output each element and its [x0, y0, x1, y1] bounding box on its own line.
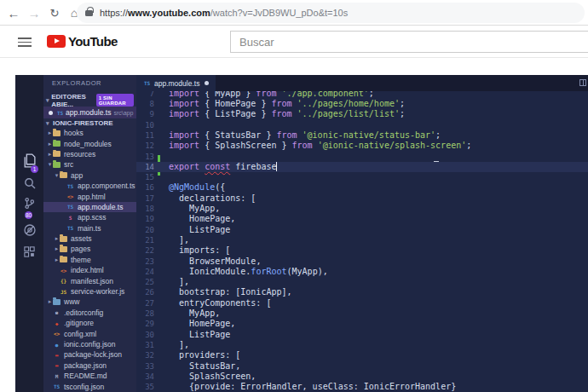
tree-item-assets[interactable]: ▸assets — [43, 233, 136, 244]
code-line-30[interactable]: 30 ListPage — [136, 330, 588, 340]
code-line-25[interactable]: 25 ], — [136, 277, 588, 287]
code-line-32[interactable]: 32 providers: [ — [136, 350, 588, 360]
code-line-33[interactable]: 33 StatusBar, — [136, 361, 588, 372]
code-line-10[interactable]: 10 — [136, 120, 588, 130]
search-icon[interactable] — [15, 176, 43, 197]
code-text: BrowserModule, — [169, 257, 261, 267]
code-line-26[interactable]: 26 bootstrap: [IonicApp], — [136, 287, 588, 297]
code-line-21[interactable]: 21 ], — [136, 235, 588, 245]
tree-item-label: index.html — [71, 266, 104, 274]
line-number: 16 — [136, 182, 154, 193]
tree-item--editorconfig[interactable]: e.editorconfig — [43, 308, 136, 318]
code-line-17[interactable]: 17 declarations: [ — [136, 193, 588, 204]
reload-icon[interactable]: ↻ — [46, 4, 63, 21]
editor-area: TS app.module.ts 7import { MyApp } from … — [136, 75, 588, 392]
tree-item-config-xml[interactable]: <>config.xml — [43, 328, 136, 338]
tab-app-module-ts[interactable]: TS app.module.ts — [136, 75, 216, 91]
npm-icon: ▬ — [53, 362, 61, 368]
files-icon[interactable]: 1 — [15, 153, 43, 174]
tree-item-service-worker-js[interactable]: JSservice-worker.js — [43, 286, 136, 297]
address-bar[interactable]: https://www.youtube.com/watch?v=JvDB9WU_… — [77, 3, 585, 23]
tree-item-manifest-json[interactable]: {}manifest.json — [43, 275, 136, 285]
code-line-7[interactable]: 7import { MyApp } from './app.component'… — [136, 91, 588, 99]
tree-item-www[interactable]: ▸www — [43, 297, 136, 307]
tree-item-resources[interactable]: ▸resources — [43, 149, 136, 159]
tree-item-app-scss[interactable]: Sapp.scss — [43, 212, 136, 222]
code-line-22[interactable]: 22 imports: [ — [136, 245, 588, 256]
open-editor-item[interactable]: TS app.module.ts src\app — [43, 107, 136, 118]
code-line-8[interactable]: 8import { HomePage } from '../pages/home… — [136, 99, 588, 109]
code-line-18[interactable]: 18 MyApp, — [136, 204, 588, 214]
code-line-15[interactable]: 15 — [136, 172, 588, 182]
tree-item-theme[interactable]: ▸theme — [43, 255, 136, 265]
tree-item-readme-md[interactable]: MREADME.md — [43, 371, 136, 381]
tree-item-app-html[interactable]: <>app.html — [43, 191, 136, 201]
code-line-24[interactable]: 24 IonicModule.forRoot(MyApp), — [136, 267, 588, 277]
xml-icon: <> — [53, 331, 61, 337]
tree-item-app[interactable]: ▾app — [43, 170, 136, 181]
code-line-16[interactable]: 16@NgModule({ — [136, 182, 588, 193]
tree-item-app-component-ts[interactable]: TSapp.component.ts — [43, 181, 136, 191]
tree-item-app-module-ts[interactable]: TSapp.module.ts — [43, 202, 136, 212]
tree-item-package-json[interactable]: ▬package.json — [43, 360, 136, 371]
files-badge: 1 — [31, 165, 38, 173]
npm-icon: ▬ — [53, 352, 61, 358]
md-icon: M — [53, 373, 61, 379]
open-editors-section[interactable]: ▾ EDITORES ABIE... 1 SIN GUARDAR — [43, 95, 136, 106]
menu-icon[interactable] — [18, 37, 32, 47]
chevron-right-icon: ▸ — [47, 298, 53, 305]
url-text[interactable]: https://www.youtube.com/watch?v=JvDB9WU_… — [100, 8, 348, 18]
tree-item-pages[interactable]: ▸pages — [43, 244, 136, 254]
extensions-icon[interactable] — [15, 245, 43, 266]
chevron-right-icon: ▸ — [47, 151, 53, 158]
code-line-20[interactable]: 20 ListPage — [136, 225, 588, 235]
code-text: MyApp, — [169, 204, 220, 214]
tab-name: app.module.ts — [154, 79, 199, 88]
code-line-13[interactable]: 13 — [136, 152, 588, 162]
tree-item-package-lock-json[interactable]: ▬package-lock.json — [43, 349, 136, 360]
source-control-icon[interactable]: 80 — [15, 197, 43, 217]
code-line-14[interactable]: 14export const firebase — [136, 162, 588, 172]
code-line-12[interactable]: 12import { SplashScreen } from '@ionic-n… — [136, 141, 588, 151]
tree-item-tsconfig-json[interactable]: TStsconfig.json — [43, 381, 136, 391]
forward-icon[interactable]: → — [26, 4, 43, 21]
code-line-31[interactable]: 31 ], — [136, 340, 588, 350]
code-line-29[interactable]: 29 HomePage, — [136, 319, 588, 329]
code-line-11[interactable]: 11import { StatusBar } from '@ionic-nati… — [136, 130, 588, 141]
code-text: ListPage — [169, 225, 230, 235]
code-editor[interactable]: 7import { MyApp } from './app.component'… — [136, 91, 588, 392]
debug-icon[interactable] — [15, 223, 43, 244]
code-line-19[interactable]: 19 HomePage, — [136, 214, 588, 224]
line-number: 7 — [136, 91, 154, 99]
tree-item-label: .editorconfig — [64, 308, 103, 317]
line-number: 22 — [136, 245, 154, 256]
code-line-28[interactable]: 28 MyApp, — [136, 308, 588, 319]
search-input[interactable] — [230, 31, 588, 53]
code-line-34[interactable]: 34 SplashScreen, — [136, 372, 588, 382]
line-number: 29 — [136, 319, 154, 329]
ts-icon: TS — [143, 79, 151, 87]
split-editor-icon[interactable] — [579, 79, 586, 86]
video-player[interactable]: 1 80 EXPLORADOR ▾ EDITORES ABIE... 1 SI — [15, 75, 588, 392]
modified-dot-icon — [49, 111, 53, 115]
tree-item-main-ts[interactable]: TSmain.ts — [43, 223, 136, 233]
tree-item--gitignore[interactable]: ◆.gitignore — [43, 318, 136, 328]
code-line-35[interactable]: 35 {provide: ErrorHandler, useClass: Ion… — [136, 382, 588, 392]
source-control-badge: 80 — [25, 211, 32, 219]
line-number: 8 — [136, 99, 154, 109]
tree-item-hooks[interactable]: ▸hooks — [43, 128, 136, 138]
tree-item-src[interactable]: ▾src — [43, 159, 136, 170]
tree-item-node-modules[interactable]: ▸node_modules — [43, 138, 136, 148]
code-line-27[interactable]: 27 entryComponents: [ — [136, 298, 588, 308]
tree-item-label: app.scss — [78, 213, 107, 222]
scss-icon: S — [66, 215, 74, 221]
code-line-23[interactable]: 23 BrowserModule, — [136, 257, 588, 267]
code-line-9[interactable]: 9import { ListPage } from '../pages/list… — [136, 109, 588, 119]
youtube-logo[interactable]: YouTube — [47, 34, 118, 49]
screen: ← → ↻ ⌂ https://www.youtube.com/watch?v=… — [0, 0, 588, 392]
tree-item-index-html[interactable]: <>index.html — [43, 265, 136, 275]
tree-item-ionic-config-json[interactable]: ●ionic.config.json — [43, 339, 136, 349]
youtube-play-icon — [47, 35, 66, 48]
tree-item-label: www — [64, 297, 79, 306]
back-icon[interactable]: ← — [5, 4, 22, 21]
